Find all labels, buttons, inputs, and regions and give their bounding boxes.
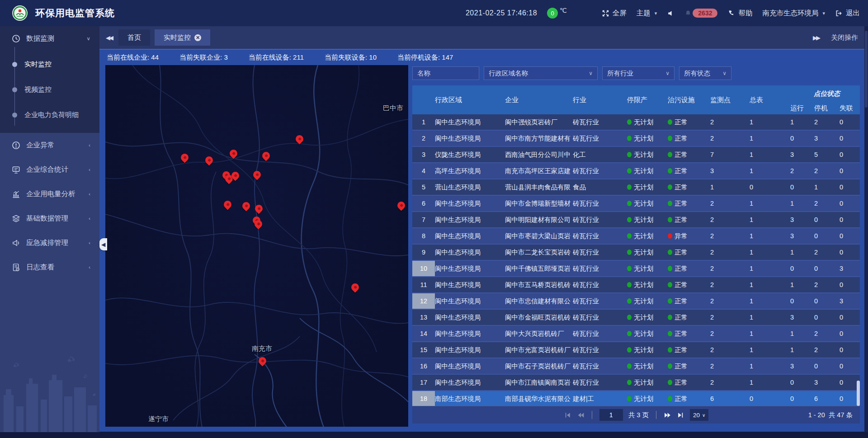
page-number-input[interactable]: [599, 409, 623, 421]
cell-company: 阆中市金博瑞新型墙材: [505, 196, 573, 211]
col-header-monitor: 监测点: [710, 85, 750, 114]
org-dropdown[interactable]: 南充市生态环境局 ▾: [762, 9, 825, 18]
sidebar-item[interactable]: 基础数据管理‹: [0, 206, 99, 231]
sidebar-item[interactable]: 企业异常‹: [0, 133, 99, 157]
cell-meter-count: 1: [750, 212, 790, 227]
tabs-scroll-left-icon[interactable]: ◀◀: [106, 34, 112, 41]
table-row[interactable]: 6阆中生态环境局阆中市金博瑞新型墙材砖瓦行业无计划正常21120: [412, 196, 860, 212]
sidebar-subitem[interactable]: 视频监控: [0, 77, 99, 102]
status-dot-icon: [668, 184, 672, 190]
table-row[interactable]: 9阆中生态环境局阆中市二龙长宝页岩砖砖瓦行业无计划正常21120: [412, 245, 860, 261]
logout-button[interactable]: 退出: [835, 9, 860, 18]
table-scrollbar-thumb[interactable]: [857, 381, 860, 406]
status-dot-icon: [627, 315, 632, 320]
cell-industry: 砖瓦行业: [573, 358, 627, 374]
table-row[interactable]: 4高坪生态环境局南充市高坪区王家店建砖瓦行业无计划正常31220: [412, 163, 860, 179]
notification-area[interactable]: 2632: [684, 9, 717, 18]
cell-industry: 砖瓦行业: [573, 196, 627, 211]
cell-production-status: 无计划: [627, 163, 668, 179]
cell-run-count: 3: [790, 310, 814, 325]
cell-industry: 化工: [573, 147, 627, 162]
sidebar-item[interactable]: 应急减排管理‹: [0, 231, 99, 255]
status-filter-select[interactable]: 所有状态 ∨: [679, 66, 731, 80]
next-page-button[interactable]: [664, 411, 671, 419]
table-row[interactable]: 13阆中生态环境局阆中市金福旺页岩机砖砖瓦行业无计划正常21300: [412, 310, 860, 326]
table-row[interactable]: 7阆中生态环境局阆中明阳建材有限公司砖瓦行业无计划正常21300: [412, 212, 860, 228]
tab-active[interactable]: 实时监控✕: [155, 29, 210, 46]
stat-label: 当前失联设备:: [325, 53, 369, 61]
table-row[interactable]: 10阆中生态环境局阆中千佛镇五郎垭页岩砖瓦行业无计划正常21003: [412, 261, 860, 277]
tab-home[interactable]: 首页: [118, 29, 150, 46]
cell-meter-count: 1: [750, 375, 790, 390]
table-row[interactable]: 1阆中生态环境局阆中强锐页岩砖厂砖瓦行业无计划正常21120: [412, 114, 860, 131]
sidebar-item-label: 数据监测: [26, 34, 54, 43]
sidebar-item[interactable]: 企业用电量分析‹: [0, 182, 99, 206]
cell-company: 阆中大兴页岩机砖厂: [505, 326, 573, 341]
prev-page-button[interactable]: [577, 411, 585, 419]
cell-meter-count: 1: [750, 277, 790, 292]
cell-region: 阆中生态环境局: [435, 114, 505, 130]
cell-offline-count: 3: [840, 261, 860, 276]
status-dot-icon: [668, 201, 672, 206]
sidebar-item[interactable]: 数据监测∨: [0, 26, 99, 51]
table-row[interactable]: 18南部生态环境局南部县砚华水泥有限公建材|工无计划正常60060: [412, 391, 860, 406]
sidebar-item[interactable]: 企业综合统计‹: [0, 157, 99, 182]
tab-close-icon[interactable]: ✕: [194, 34, 201, 41]
stat-value: 44: [151, 53, 159, 61]
cell-monitor-count: 6: [710, 391, 750, 406]
page-scrollbar[interactable]: [864, 26, 868, 438]
first-page-button[interactable]: [564, 411, 571, 419]
industry-filter-select[interactable]: 所有行业 ∨: [602, 66, 675, 80]
megaphone-icon: [12, 239, 20, 247]
fullscreen-button[interactable]: 全屏: [602, 9, 627, 18]
chevron-down-icon: ∨: [86, 36, 90, 42]
cell-company: 阆中市江南镇阆南页岩: [505, 375, 573, 390]
help-button[interactable]: 帮助: [727, 9, 752, 18]
sidebar-item[interactable]: 日志查看‹: [0, 255, 99, 279]
status-dot-icon: [668, 315, 672, 320]
cell-monitor-count: 2: [710, 293, 750, 309]
table-row[interactable]: 14阆中生态环境局阆中大兴页岩机砖厂砖瓦行业无计划正常21120: [412, 326, 860, 342]
table-row[interactable]: 11阆中生态环境局阆中市五马桥页岩机砖砖瓦行业无计划正常21120: [412, 277, 860, 293]
name-filter-field[interactable]: [412, 66, 479, 80]
status-dot-icon: [627, 298, 632, 304]
page-size-select[interactable]: 20 ∨: [690, 409, 708, 421]
speaker-icon: [667, 9, 675, 17]
cell-treatment-status: 正常: [668, 326, 710, 341]
sidebar-collapse-handle[interactable]: ◀: [99, 238, 107, 250]
col-header-index: [412, 85, 435, 114]
table-row[interactable]: 17阆中生态环境局阆中市江南镇阆南页岩砖瓦行业无计划正常21030: [412, 375, 860, 391]
sidebar-subitem-label: 实时监控: [24, 60, 52, 69]
cell-region: 高坪生态环境局: [435, 163, 505, 179]
cell-production-status: 无计划: [627, 310, 668, 325]
cell-region: 阆中生态环境局: [435, 228, 505, 244]
table-row[interactable]: 16阆中生态环境局阆中市石子页岩机砖厂砖瓦行业无计划正常21300: [412, 358, 860, 375]
page-scrollbar-thumb[interactable]: [865, 31, 868, 108]
cell-company: 阆中市二龙长宝页岩砖: [505, 245, 573, 260]
cell-monitor-count: 1: [710, 179, 750, 195]
table-row[interactable]: 12阆中生态环境局阆中市忠信建材有限公砖瓦行业无计划正常21003: [412, 293, 860, 310]
table-row[interactable]: 3仪陇生态环境局西南油气田分公司川中化工无计划正常71350: [412, 147, 860, 163]
cell-run-count: 1: [790, 196, 814, 211]
status-dot-icon: [627, 363, 632, 369]
cell-treatment-status: 正常: [668, 277, 710, 292]
sidebar-subitem[interactable]: 实时监控: [0, 52, 99, 77]
bottom-strip: [0, 432, 868, 438]
row-index: 2: [412, 131, 435, 146]
theme-dropdown[interactable]: 主题 ▾: [637, 9, 657, 18]
name-filter-input[interactable]: [417, 70, 474, 77]
cell-industry: 砖瓦行业: [573, 114, 627, 130]
table-row[interactable]: 15阆中生态环境局阆中市光富页岩机砖厂砖瓦行业无计划正常21120: [412, 342, 860, 358]
table-row[interactable]: 5营山生态环境局营山县润丰肉食品有限食品无计划正常10010: [412, 179, 860, 196]
mute-button[interactable]: [667, 9, 675, 17]
sidebar-subitem[interactable]: 企业电力负荷明细: [0, 102, 99, 127]
col-header-treatment: 治污设施: [668, 85, 710, 114]
last-page-button[interactable]: [677, 411, 684, 419]
tabs-scroll-right-icon[interactable]: ▶▶: [813, 34, 819, 41]
region-filter-select[interactable]: 行政区域名称 ∨: [484, 66, 598, 80]
map-panel[interactable]: 巴中市南充市遂宁市: [105, 65, 408, 427]
phone-icon: [727, 9, 735, 17]
table-row[interactable]: 8阆中生态环境局阆中市枣碧大梁山页岩砖瓦行业无计划异常21300: [412, 228, 860, 245]
close-operations-button[interactable]: 关闭操作: [831, 33, 858, 42]
table-row[interactable]: 2阆中生态环境局阆中市南方节能建材有砖瓦行业无计划正常21030: [412, 131, 860, 147]
